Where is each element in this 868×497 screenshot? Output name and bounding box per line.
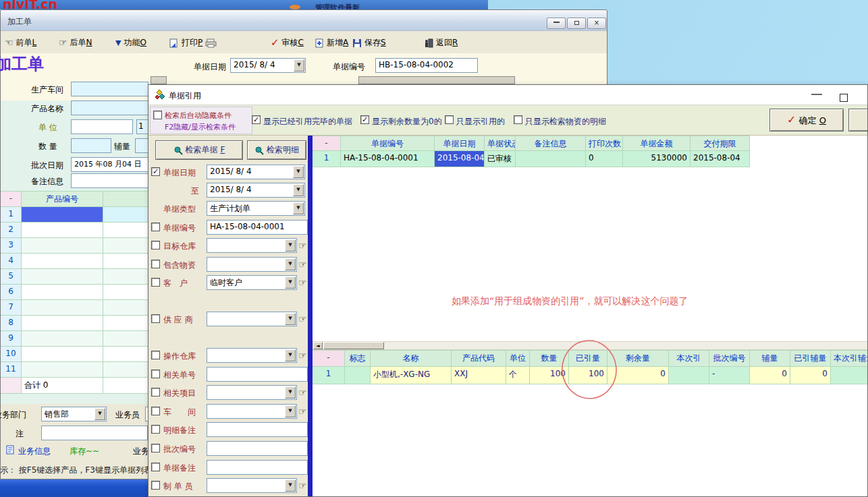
display-option-checkbox[interactable] [445,115,454,124]
grid-extra-cell[interactable] [103,207,148,223]
filter-combo[interactable]: 生产计划单▼ [207,201,305,216]
unit-combo[interactable] [71,119,133,134]
table-row[interactable]: 1小型机,-XG-NGXXJ个1001000-00 [313,367,868,384]
grid-extra-cell[interactable] [103,362,148,378]
table-row[interactable]: 1HA-15-08-04-00012015-08-04已审核0513000020… [313,151,750,167]
dialog-maximize-button[interactable] [840,94,848,102]
filter-checkbox[interactable] [151,444,160,452]
filter-checkbox[interactable] [151,481,160,490]
lookup-hand-icon[interactable]: ☞ [298,407,307,416]
close-button[interactable]: × [587,18,606,29]
lookup-hand-icon[interactable]: ☞ [298,388,307,397]
filter-combo[interactable]: ▼ [207,238,297,253]
grid-extra-cell[interactable] [103,223,148,238]
save-button[interactable]: 保存S [352,36,386,49]
combo-arrow-icon[interactable]: ▼ [293,166,304,178]
function-button[interactable]: ▼功能O [115,36,146,49]
filter-checkbox[interactable] [151,351,160,359]
next-doc-button[interactable]: ☞后单N [59,36,92,49]
add-button[interactable]: 新增A [315,36,348,49]
search-details-button[interactable]: 检索明细 [247,140,306,160]
remark-input[interactable] [71,173,148,188]
grid-product-cell[interactable] [22,316,103,331]
filter-input[interactable]: HA-15-08-04-0001 [207,220,308,235]
filter-checkbox[interactable] [151,314,160,323]
combo-arrow-icon[interactable]: ▼ [94,408,105,420]
lookup-hand-icon[interactable]: ☞ [298,481,307,490]
horizontal-scrollbar[interactable]: ◄ [313,341,868,350]
doc-no-input[interactable]: HB-15-08-04-0002 [375,58,478,73]
filter-combo[interactable]: ▼ [207,312,297,326]
filter-checkbox[interactable] [151,241,160,250]
search-documents-button[interactable]: 检索单据 F [155,140,243,160]
grid-extra-cell[interactable] [103,300,148,316]
combo-arrow-icon[interactable]: ▼ [285,386,296,399]
prev-doc-button[interactable]: ☜前单L [5,36,36,49]
grid-extra-cell[interactable] [103,269,148,285]
filter-checkbox[interactable] [151,388,160,397]
return-button[interactable]: 返回R [425,36,458,49]
filter-checkbox[interactable] [151,278,160,287]
doc-date-combo[interactable]: 2015/ 8/ 4▼ [230,58,306,73]
combo-arrow-icon[interactable]: ▼ [285,313,296,325]
grid-row[interactable]: 4 [1,254,148,269]
grid-extra-cell[interactable] [103,331,148,347]
combo-arrow-icon[interactable]: ▼ [293,202,304,214]
grid-row[interactable]: 5 [1,269,148,285]
combo-arrow-icon[interactable]: ▼ [294,59,304,71]
grid-product-cell[interactable] [22,285,103,300]
dialog-titlebar[interactable]: 单据引用 [148,85,867,105]
filter-input[interactable] [207,367,308,382]
combo-arrow-icon[interactable]: ▼ [285,405,296,417]
filter-combo[interactable]: ▼ [207,478,297,493]
combo-arrow-icon[interactable]: ▼ [285,258,296,270]
lookup-hand-icon[interactable]: ☞ [298,278,307,287]
note-input[interactable] [41,426,148,440]
filter-combo[interactable]: 临时客户▼ [207,275,297,290]
filter-checkbox[interactable] [151,425,160,434]
grid-row[interactable]: 1 [1,207,148,223]
filter-checkbox[interactable] [151,463,160,471]
filter-checkbox[interactable] [151,260,160,268]
filter-combo[interactable]: ▼ [207,385,297,400]
grid-row[interactable]: 8 [1,316,148,331]
dialog-minimize-button[interactable] [811,93,822,95]
grid-product-cell[interactable] [22,207,103,223]
combo-arrow-icon[interactable]: ▼ [285,349,296,361]
minimize-button[interactable] [547,18,566,29]
filter-combo[interactable]: ▼ [207,348,297,363]
restore-button[interactable] [567,18,586,29]
business-info-link[interactable]: 业务信息 [18,446,51,457]
filter-input[interactable] [207,460,308,475]
combo-arrow-icon[interactable]: ▼ [285,276,296,289]
panel-splitter[interactable] [308,136,313,497]
grid-row[interactable]: 9 [1,331,148,347]
filter-checkbox[interactable] [151,407,160,415]
filter-combo[interactable]: ▼ [207,257,297,272]
lookup-hand-icon[interactable]: ☞ [298,241,307,250]
grid-extra-cell[interactable] [103,285,148,300]
grid-extra-cell[interactable] [103,238,148,254]
stock-link[interactable]: 库存~~ [70,446,99,457]
audit-button[interactable]: ✓审核C [271,36,304,49]
grid-product-cell[interactable] [22,223,103,238]
filter-combo[interactable]: 2015/ 8/ 4▼ [207,165,305,179]
grid-product-cell[interactable] [22,300,103,316]
qty-input[interactable] [71,138,111,153]
lookup-hand-icon[interactable]: ☞ [298,351,307,360]
grid-row[interactable]: 11 [1,362,148,378]
grid-row[interactable]: 7 [1,300,148,316]
batch-date-input[interactable]: 2015 年08 月04 日 [71,157,148,172]
grid-row[interactable]: 3 [1,238,148,254]
print-button[interactable]: 打印P [169,36,220,49]
grid-product-cell[interactable] [22,269,103,285]
combo-arrow-icon[interactable]: ▼ [285,239,296,252]
filter-checkbox[interactable] [151,223,160,231]
display-option-checkbox[interactable] [514,115,522,124]
grid-extra-cell[interactable] [103,254,148,269]
lookup-hand-icon[interactable]: ☞ [298,314,307,324]
combo-arrow-icon[interactable]: ▼ [285,479,296,492]
filter-input[interactable] [207,441,308,456]
scrollbar-thumb[interactable] [323,342,384,349]
auto-hide-checkbox[interactable] [153,111,162,119]
